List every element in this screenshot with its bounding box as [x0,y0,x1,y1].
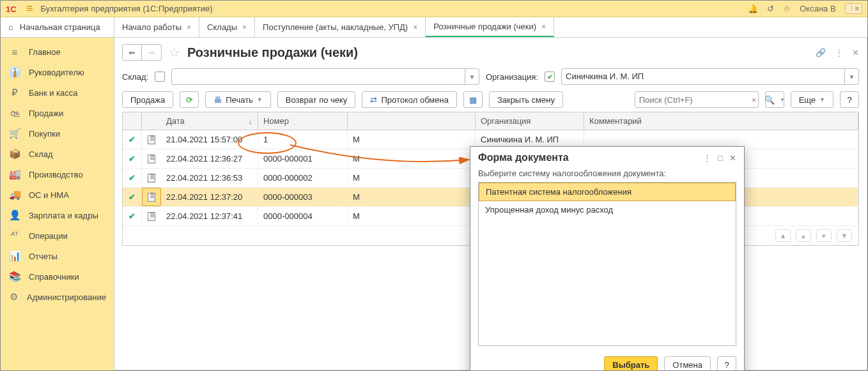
sklad-checkbox[interactable] [155,72,165,82]
sidebar-item[interactable]: 🏭Производство [1,164,114,185]
dialog-help-button[interactable]: ? [717,356,736,371]
sklad-label: Склад: [122,72,148,82]
org-checkbox[interactable] [545,72,555,82]
row-status-icon: ✔ [123,149,142,168]
link-icon[interactable]: 🔗 [816,48,826,57]
sidebar-item-label: Администрирование [27,292,106,302]
cancel-button[interactable]: Отмена [664,356,711,371]
sidebar-item[interactable]: 📚Справочники [1,266,114,287]
app-title: Бухгалтерия предприятия (1С:Предприятие) [41,4,748,13]
page-next-button[interactable]: ▾ [816,229,832,242]
more-button[interactable]: Еще▼ [791,91,833,108]
row-date: 22.04.2021 12:37:41 [161,207,258,225]
sidebar-item[interactable]: ≡Главное [1,42,114,62]
sidebar-item-label: Зарплата и кадры [29,211,98,220]
refresh-icon: ⟳ [186,95,193,105]
main-area: 🠨 🠪 ☆ Розничные продажи (чеки) 🔗 ⋮ ✕ Скл… [114,37,867,370]
clear-search-icon[interactable]: × [750,95,758,105]
return-button[interactable]: Возврат по чеку [277,91,356,108]
row-number: 0000-000002 [258,169,348,187]
tab[interactable]: Поступление (акты, накладные, УПД)× [255,17,426,37]
app-logo-icon: 1С [6,4,20,14]
sale-button[interactable]: Продажа [122,91,173,108]
sidebar-item-label: Продажи [29,109,63,118]
protocol-button[interactable]: ⇄Протокол обмена [362,91,457,108]
tab-close-icon[interactable]: × [413,23,417,32]
nav-forward-button[interactable]: 🠪 [142,45,161,60]
close-page-icon[interactable]: ✕ [852,48,859,57]
home-tab[interactable]: ⌂ Начальная страница [1,17,114,37]
tab-close-icon[interactable]: × [541,22,546,31]
search-box[interactable]: × [635,91,759,108]
org-value: Синичкина И. М. ИП [562,69,844,84]
tab-label: Поступление (акты, накладные, УПД) [263,22,408,32]
tab[interactable]: Розничные продажи (чеки)× [426,17,554,37]
sidebar-item-label: Руководителю [29,68,84,77]
app-titlebar: 1С ≡ Бухгалтерия предприятия (1С:Предпри… [1,1,867,17]
tab-close-icon[interactable]: × [187,23,191,32]
tab-close-icon[interactable]: × [242,23,247,32]
tab[interactable]: Склады× [199,17,255,37]
select-button[interactable]: Выбрать [604,356,658,371]
col-comment[interactable]: Комментарий [584,112,858,130]
tax-system-list[interactable]: Патентная система налогообложенияУпрощен… [478,182,736,346]
page-prev-button[interactable]: ▴ [796,229,811,242]
sidebar-icon: ₽ [10,87,20,98]
history-icon[interactable]: ↺ [767,4,774,13]
main-menu-icon[interactable]: ≡ [26,2,33,15]
col-hidden[interactable] [348,112,476,130]
sidebar: ≡Главное👔Руководителю₽Банк и касса🛍Прода… [1,38,114,370]
export-button[interactable]: ▦ [463,91,483,108]
search-button[interactable]: 🔍▼ [765,91,784,108]
page-last-button[interactable]: ▼ [837,229,852,242]
favorite-icon[interactable]: ☆ [783,4,791,13]
row-date: 21.04.2021 15:57:00 [161,130,258,149]
col-number[interactable]: Номер [258,112,348,130]
col-org[interactable]: Организация [476,112,584,130]
search-input[interactable] [635,95,750,105]
sidebar-item[interactable]: 👔Руководителю [1,62,114,82]
svg-text:1С: 1С [6,4,17,13]
page-first-button[interactable]: ▲ [775,229,791,242]
dialog-close-icon[interactable]: ✕ [729,153,736,163]
row-number: 0000-000004 [258,207,348,225]
star-icon[interactable]: ☆ [167,45,182,60]
sklad-combo[interactable]: ▼ [171,68,479,85]
sidebar-item-label: Справочники [29,272,79,282]
sidebar-item[interactable]: 📦Склад [1,144,114,164]
list-item[interactable]: Патентная система налогообложения [479,183,736,201]
refresh-button[interactable]: ⟳ [180,91,199,108]
row-f: М [348,130,476,149]
row-status-icon: ✔ [123,188,142,206]
sidebar-item-label: Склад [29,149,53,159]
tab[interactable]: Начало работы× [114,17,199,37]
sidebar-item[interactable]: 👤Зарплата и кадры [1,205,114,225]
sidebar-item[interactable]: 🛍Продажи [1,103,114,123]
user-badge-icon[interactable]: ⋮≡ [845,3,862,14]
user-name[interactable]: Оксана В [800,4,835,13]
row-number: 1 [258,130,348,149]
org-combo[interactable]: Синичкина И. М. ИП▼ [561,68,859,85]
row-doc-icon [142,149,161,168]
row-date: 22.04.2021 12:36:27 [161,149,258,168]
print-button[interactable]: 🖶Печать▼ [205,91,271,108]
sidebar-item[interactable]: 📊Отчеты [1,246,114,266]
dialog-maximize-icon[interactable]: □ [718,153,723,163]
list-item[interactable]: Упрощенная доход минус расход [479,201,736,218]
col-date[interactable]: Дата↓ [161,112,258,130]
nav-back-button[interactable]: 🠨 [123,45,142,60]
close-shift-button[interactable]: Закрыть смену [489,91,563,108]
sidebar-item[interactable]: 🛒Покупки [1,123,114,144]
sidebar-item[interactable]: 🚚ОС и НМА [1,185,114,205]
sidebar-item[interactable]: ₽Банк и касса [1,82,114,103]
notifications-icon[interactable]: 🔔 [748,4,758,13]
sidebar-item[interactable]: ᴬᵀОперации [1,225,114,246]
help-button[interactable]: ? [840,91,859,108]
sidebar-item[interactable]: ⚙Администрирование [1,287,114,307]
dialog-menu-icon[interactable]: ⋮ [703,153,711,163]
sidebar-icon: 👤 [10,210,20,220]
kebab-menu-icon[interactable]: ⋮ [835,48,843,57]
tabs-bar: ⌂ Начальная страница Начало работы×Склад… [1,17,867,38]
row-status-icon: ✔ [123,130,142,149]
sidebar-icon: 🚚 [10,190,20,200]
